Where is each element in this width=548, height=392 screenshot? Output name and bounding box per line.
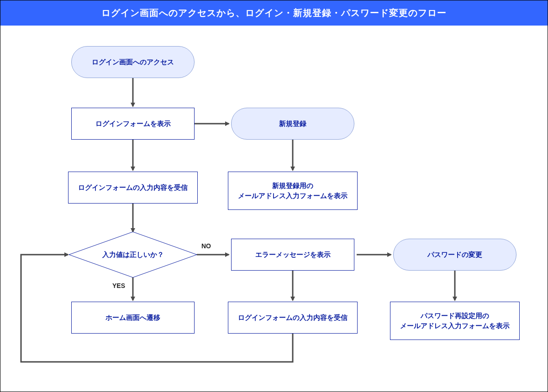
edge-label-yes: YES [112, 282, 125, 289]
edge-label-no: NO [201, 242, 211, 250]
node-show-login-form: ログインフォームを表示 [71, 108, 195, 140]
diagram-frame: ログイン画面へのアクセスから、ログイン・新規登録・パスワード変更のフロー [0, 0, 548, 392]
node-receive-login-form: ログインフォームの入力内容を受信 [68, 172, 198, 204]
node-go-home: ホーム画面へ遷移 [71, 302, 195, 334]
node-show-error: エラーメッセージを表示 [231, 239, 354, 271]
diagram-title: ログイン画面へのアクセスから、ログイン・新規登録・パスワード変更のフロー [0, 0, 548, 26]
node-password-change: パスワードの変更 [393, 239, 516, 271]
node-access-login-screen: ログイン画面へのアクセス [71, 46, 195, 78]
node-signup: 新規登録 [231, 108, 354, 140]
node-signup-mail-form: 新規登録用の メールアドレス入力フォームを表示 [228, 172, 358, 210]
node-password-mail-form: パスワード再設定用の メールアドレス入力フォームを表示 [390, 302, 520, 340]
node-decision-valid-input: 入力値は正しいか？ [69, 232, 197, 277]
decision-label: 入力値は正しいか？ [102, 250, 164, 260]
diagram-canvas: ログイン画面へのアクセス ログインフォームを表示 ログインフォームの入力内容を受… [0, 24, 548, 392]
node-receive-login-form-2: ログインフォームの入力内容を受信 [228, 302, 358, 334]
